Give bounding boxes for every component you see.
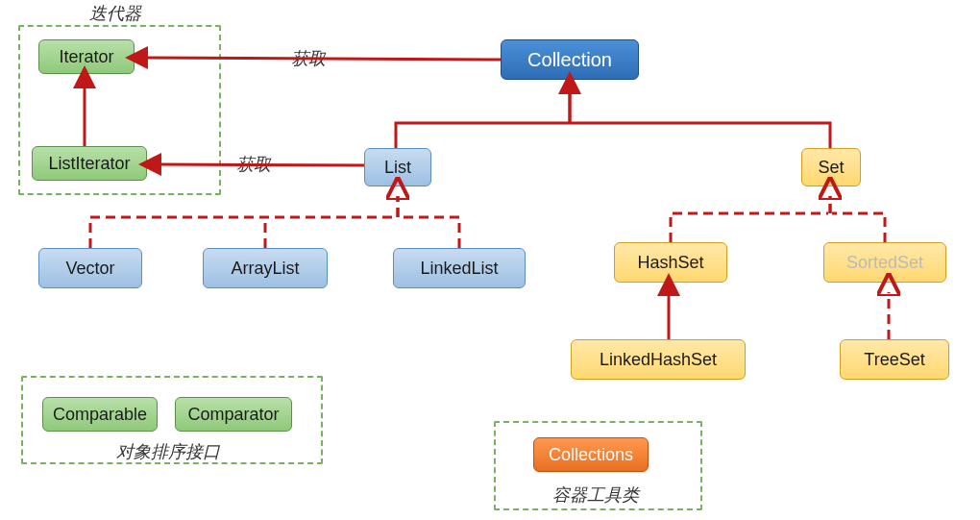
comparable-node: Comparable (42, 397, 158, 432)
iterator-node: Iterator (38, 39, 135, 74)
hashset-node: HashSet (614, 242, 727, 283)
arrow-hash-sorted-to-set-lines (671, 196, 885, 242)
vector-node: Vector (38, 248, 142, 288)
arrow-impls-to-list-lines (90, 196, 459, 248)
linkedlist-node: LinkedList (393, 248, 526, 288)
iterator-group-label: 迭代器 (89, 2, 141, 25)
arrow-listset-to-collection-lines (396, 90, 830, 148)
sortedset-node: SortedSet (823, 242, 946, 283)
obtain-label-2: 获取 (236, 153, 271, 176)
treeset-node: TreeSet (840, 339, 949, 380)
obtain-label-1: 获取 (291, 47, 326, 70)
collections-node: Collections (533, 437, 649, 472)
util-class-label: 容器工具类 (552, 483, 639, 507)
listiterator-node: ListIterator (32, 146, 147, 181)
arraylist-node: ArrayList (203, 248, 328, 288)
set-node: Set (801, 148, 861, 186)
sort-interface-label: 对象排序接口 (116, 440, 220, 463)
list-node: List (364, 148, 431, 186)
comparator-node: Comparator (175, 397, 292, 432)
collection-node: Collection (501, 39, 639, 80)
linkedhashset-node: LinkedHashSet (571, 339, 746, 380)
